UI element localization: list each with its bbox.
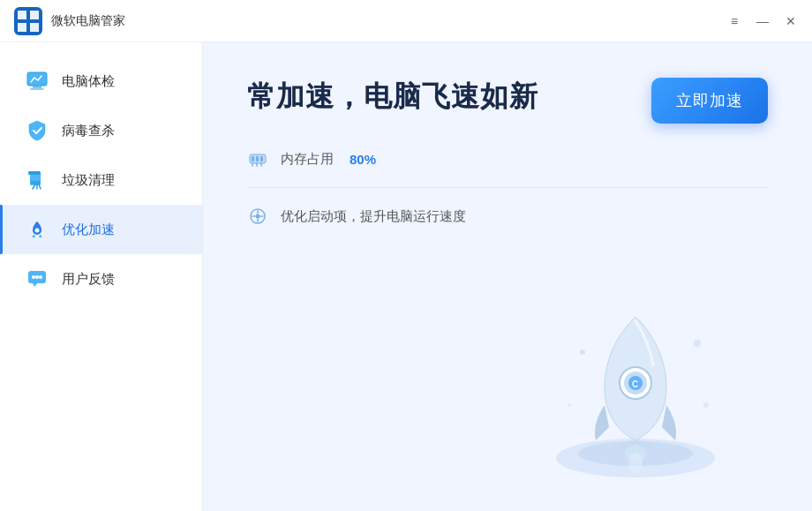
- svg-point-18: [35, 275, 39, 279]
- menu-button[interactable]: ≡: [727, 14, 741, 28]
- titlebar: 微软电脑管家 ≡ — ✕: [0, 0, 812, 42]
- svg-rect-3: [18, 23, 26, 32]
- svg-point-39: [694, 340, 701, 347]
- app-title: 微软电脑管家: [51, 13, 727, 29]
- rocket-illustration: C: [512, 246, 759, 493]
- sidebar-label-virus-scan: 病毒查杀: [62, 123, 115, 139]
- sidebar-item-optimize[interactable]: 优化加速: [0, 205, 202, 254]
- sidebar-label-junk-clean: 垃圾清理: [62, 172, 115, 189]
- memory-icon: [247, 148, 268, 169]
- svg-point-17: [32, 275, 35, 279]
- svg-point-19: [39, 275, 42, 279]
- rocket-nav-icon: [25, 217, 49, 242]
- info-divider: [247, 187, 768, 188]
- svg-rect-4: [30, 23, 39, 32]
- svg-line-12: [39, 184, 41, 189]
- svg-rect-6: [33, 86, 41, 88]
- memory-row: 内存占用 80%: [247, 148, 768, 169]
- chat-icon: [25, 267, 49, 291]
- svg-text:C: C: [632, 379, 638, 389]
- startup-label: 优化启动项，提升电脑运行速度: [281, 208, 466, 225]
- sidebar-label-pc-check: 电脑体检: [62, 73, 115, 90]
- svg-point-37: [628, 452, 643, 473]
- svg-rect-1: [18, 11, 26, 19]
- startup-icon: [247, 206, 268, 227]
- svg-rect-23: [260, 156, 263, 162]
- sidebar-item-pc-check[interactable]: 电脑体检: [0, 56, 202, 106]
- close-button[interactable]: ✕: [784, 14, 798, 28]
- minimize-button[interactable]: —: [756, 14, 770, 28]
- content-area: 常加速，电脑飞速如新 立即加速 内存占用 80%: [203, 42, 812, 511]
- sidebar-label-feedback: 用户反馈: [62, 271, 115, 288]
- svg-rect-21: [252, 156, 254, 162]
- svg-point-38: [580, 349, 585, 355]
- sidebar: 电脑体检 病毒查杀: [0, 42, 203, 511]
- sidebar-item-junk-clean[interactable]: 垃圾清理: [0, 155, 202, 205]
- svg-point-28: [256, 214, 260, 219]
- svg-rect-13: [28, 171, 41, 175]
- svg-rect-22: [256, 156, 259, 162]
- sidebar-item-virus-scan[interactable]: 病毒查杀: [0, 106, 202, 155]
- sidebar-item-feedback[interactable]: 用户反馈: [0, 254, 202, 304]
- startup-row: 优化启动项，提升电脑运行速度: [247, 206, 768, 227]
- shield-icon: [25, 118, 49, 143]
- info-section: 内存占用 80% 优化启动项，提升电脑运行速度: [247, 148, 768, 227]
- memory-percent: 80%: [350, 152, 376, 167]
- window-controls: ≡ — ✕: [727, 14, 798, 28]
- memory-label: 内存占用: [281, 151, 334, 168]
- svg-point-40: [568, 403, 571, 407]
- sidebar-label-optimize: 优化加速: [62, 222, 115, 238]
- app-logo: [14, 7, 42, 35]
- svg-rect-2: [30, 11, 39, 19]
- main-layout: 电脑体检 病毒查杀: [0, 42, 812, 511]
- svg-point-15: [35, 229, 40, 233]
- boost-button[interactable]: 立即加速: [651, 78, 768, 124]
- svg-rect-7: [30, 88, 44, 90]
- svg-point-41: [703, 402, 709, 408]
- monitor-icon: [25, 69, 49, 94]
- broom-icon: [25, 168, 49, 192]
